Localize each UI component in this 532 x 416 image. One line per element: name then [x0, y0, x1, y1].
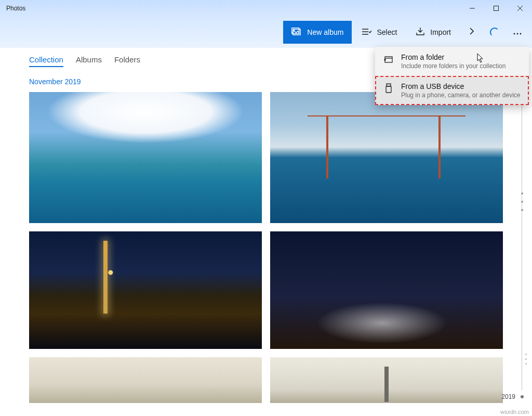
photo-thumbnail[interactable] [29, 231, 262, 349]
import-label: Import [430, 28, 451, 36]
new-album-label: New album [307, 28, 343, 36]
svg-point-6 [520, 33, 522, 35]
minimize-button[interactable] [460, 0, 484, 17]
maximize-button[interactable] [484, 0, 508, 17]
chevron-right-icon [470, 28, 474, 37]
svg-rect-8 [387, 84, 391, 86]
timeline-year-marker[interactable] [521, 395, 524, 398]
dropdown-item-title: From a folder [401, 53, 506, 61]
import-from-usb-item[interactable]: From a USB device Plug in a phone, camer… [375, 76, 529, 105]
photo-thumbnail[interactable] [29, 92, 262, 223]
content-area: November 2019 [0, 77, 532, 403]
svg-point-4 [514, 33, 515, 35]
tab-albums[interactable]: Albums [76, 55, 102, 67]
timeline-tick [521, 192, 523, 194]
import-from-folder-item[interactable]: From a folder Include more folders in yo… [375, 47, 529, 76]
import-dropdown: From a folder Include more folders in yo… [375, 47, 529, 105]
new-album-button[interactable]: New album [283, 21, 352, 44]
timeline-extra-ticks [525, 354, 527, 365]
svg-rect-0 [494, 6, 499, 11]
sync-indicator [484, 21, 505, 44]
window-controls [460, 0, 532, 17]
close-button[interactable] [508, 0, 532, 17]
import-button[interactable]: Import [407, 21, 459, 44]
select-button[interactable]: Select [354, 21, 405, 44]
tab-collection[interactable]: Collection [29, 55, 63, 67]
timeline-tick [521, 201, 523, 203]
watermark: wsxdn.com [500, 409, 529, 415]
spinner-icon [490, 28, 499, 37]
timeline-line [522, 106, 522, 390]
toolbar: New album Select Import [0, 17, 532, 48]
photo-thumbnail[interactable] [29, 357, 262, 403]
photo-thumbnail[interactable] [270, 92, 503, 223]
photo-thumbnail[interactable] [270, 357, 503, 403]
dropdown-item-subtitle: Include more folders in your collection [401, 62, 506, 70]
photo-thumbnail[interactable] [270, 231, 503, 349]
svg-point-5 [517, 33, 518, 35]
usb-icon [383, 83, 394, 94]
dropdown-text: From a USB device Plug in a phone, camer… [401, 82, 520, 99]
svg-rect-7 [385, 57, 392, 62]
svg-rect-9 [386, 86, 391, 93]
select-label: Select [377, 28, 397, 36]
timeline-year-label: 2019 [501, 393, 515, 400]
timeline-tick [521, 209, 523, 211]
new-album-icon [291, 28, 302, 37]
title-bar: Photos [0, 0, 532, 17]
dropdown-item-subtitle: Plug in a phone, camera, or another devi… [401, 92, 520, 99]
photo-grid [29, 92, 503, 403]
tab-folders[interactable]: Folders [114, 55, 140, 67]
import-icon [416, 28, 425, 37]
app-title: Photos [6, 5, 25, 12]
overflow-chevron-button[interactable] [461, 21, 482, 44]
more-button[interactable] [507, 21, 528, 44]
dropdown-text: From a folder Include more folders in yo… [401, 53, 506, 70]
folder-add-icon [383, 54, 394, 64]
more-icon [513, 28, 522, 37]
dropdown-item-title: From a USB device [401, 82, 520, 90]
select-icon [362, 28, 371, 37]
